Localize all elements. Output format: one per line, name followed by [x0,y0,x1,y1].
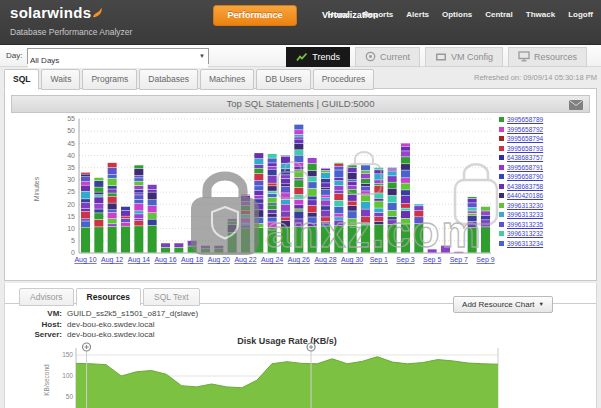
tab-databases[interactable]: Databases [139,69,198,90]
x-tick-link[interactable]: Sep 3 [396,256,414,264]
x-tick-link[interactable]: Aug 14 [128,256,150,264]
legend-link-3995658790[interactable]: 3995658790 [507,173,543,180]
stacked-bar-aug-21[interactable] [228,219,237,253]
menu-reports[interactable]: Reports [363,10,393,19]
view-button-current[interactable]: Current [355,47,420,67]
x-tick-link[interactable]: Aug 30 [341,256,363,264]
legend-link-6438683757[interactable]: 6438683757 [507,154,543,161]
x-tick-link[interactable]: Aug 26 [288,256,310,264]
svg-text:35: 35 [67,164,75,171]
legend-link-3996313234[interactable]: 3996313234 [507,240,543,247]
day-select[interactable]: All Days [28,54,208,68]
product-name: Database Performance Analyzer [10,27,132,37]
stacked-bar-sep-2[interactable] [388,168,397,253]
tab-db-users[interactable]: DB Users [256,69,310,90]
legend-link-3995658791[interactable]: 3995658791 [507,164,543,171]
refreshed-timestamp: Refreshed on: 09/09/14 05:30:18 PM [474,73,597,82]
stacked-bar-aug-15[interactable] [148,185,157,253]
top-menu: HomeReportsAlertsOptionsCentralThwackLog… [328,10,593,19]
vm-monitor-icon [435,52,447,62]
x-tick-link[interactable]: Aug 24 [261,256,283,264]
stacked-bar-aug-16[interactable] [161,243,170,252]
x-tick-link[interactable]: Sep 5 [423,256,441,264]
x-tick-link[interactable]: Aug 16 [154,256,176,264]
stacked-bar-aug-23[interactable] [254,153,263,252]
chart-legend: 3995658789399565879239956587943995658793… [499,115,543,248]
stacked-bar-aug-12[interactable] [108,163,117,253]
menu-thwack[interactable]: Thwack [526,10,555,19]
menu-home[interactable]: Home [328,10,350,19]
tab-waits[interactable]: Waits [41,69,80,90]
x-tick-link[interactable]: Aug 22 [234,256,256,264]
tabs-host: SQLWaitsProgramsDatabasesMachinesDB User… [4,68,376,85]
view-buttons: TrendsCurrentVM ConfigResources [286,46,587,67]
stacked-bar-aug-14[interactable] [134,165,143,252]
bottom-tab-advisors[interactable]: Advisors [19,288,74,306]
stacked-bar-aug-31[interactable] [361,165,370,252]
svg-text:50: 50 [67,127,75,134]
tab-programs[interactable]: Programs [82,69,137,90]
legend-link-3996313230[interactable]: 3996313230 [507,202,543,209]
bottom-tab-resources[interactable]: Resources [76,288,141,306]
tab-machines[interactable]: Machines [200,69,254,90]
info-label: VM: [19,309,67,320]
info-value: GUILD_ss2k5_s1501_o817_d(slave) [67,309,198,320]
x-tick-link[interactable]: Sep 1 [370,256,388,264]
stacked-bar-sep-7[interactable] [454,252,463,253]
stacked-bar-sep-8[interactable] [468,197,477,253]
menu-options[interactable]: Options [442,10,472,19]
x-tick-link[interactable]: Aug 28 [314,256,336,264]
legend-link-3995658793[interactable]: 3995658793 [507,145,543,152]
stacked-bar-sep-9[interactable] [481,207,490,253]
tab-sql[interactable]: SQL [4,69,39,90]
performance-nav-button[interactable]: Performance [213,5,297,26]
x-tick-link[interactable]: Aug 20 [208,256,230,264]
stacked-bar-aug-19[interactable] [201,246,210,253]
x-tick-link[interactable]: Aug 10 [74,256,96,264]
legend-link-3996313235[interactable]: 3996313235 [507,221,543,228]
bottom-tab-sql-text[interactable]: SQL Text [143,288,200,306]
view-button-vm-config[interactable]: VM Config [425,47,503,67]
add-resource-chart-button[interactable]: Add Resource Chart▼ [453,296,553,313]
stacked-bar-aug-17[interactable] [174,243,183,252]
stacked-bar-aug-11[interactable] [94,178,103,253]
stacked-bar-aug-10[interactable] [81,173,90,253]
legend-link-6440420186[interactable]: 6440420186 [507,192,543,199]
stacked-bar-sep-6[interactable] [441,246,450,253]
y-axis-title: KB/second [43,364,50,396]
stacked-bar-aug-18[interactable] [188,241,197,253]
svg-text:45: 45 [67,140,75,147]
legend-link-3995658794[interactable]: 3995658794 [507,135,543,142]
menu-alerts[interactable]: Alerts [406,10,429,19]
menu-central[interactable]: Central [485,10,513,19]
x-tick-link[interactable]: Aug 18 [181,256,203,264]
stacked-bar-aug-22[interactable] [241,195,250,253]
stacked-bar-sep-3[interactable] [401,143,410,252]
stacked-bar-aug-29[interactable] [334,163,343,253]
stacked-bar-sep-4[interactable] [414,204,423,252]
view-button-resources[interactable]: Resources [508,47,587,67]
stacked-bar-aug-30[interactable] [348,165,357,252]
legend-link-3996313233[interactable]: 3996313233 [507,211,543,218]
x-tick-link[interactable]: Aug 12 [101,256,123,264]
stacked-bar-aug-24[interactable] [268,154,277,253]
x-tick-link[interactable]: Sep 9 [476,256,494,264]
tab-procedures[interactable]: Procedures [313,69,374,90]
email-chart-button[interactable] [566,98,586,111]
legend-link-6438683758[interactable]: 6438683758 [507,183,543,190]
stacked-bar-aug-13[interactable] [121,207,130,253]
legend-link-3995658789[interactable]: 3995658789 [507,116,543,123]
x-tick-link[interactable]: Sep 7 [450,256,468,264]
menu-logoff[interactable]: Logoff [568,10,593,19]
y-axis: 0510152025303540455055 [67,115,491,256]
stacked-bar-aug-27[interactable] [308,158,317,253]
legend-link-3995658792[interactable]: 3995658792 [507,126,543,133]
stacked-bar-aug-20[interactable] [214,246,223,253]
legend-link-3996313232[interactable]: 3996313232 [507,230,543,237]
info-row-host-: Host:dev-bou-eko.swdev.local [19,320,198,331]
stacked-bar-aug-25[interactable] [281,156,290,253]
view-button-trends[interactable]: Trends [286,47,350,67]
stacked-bar-sep-5[interactable] [428,249,437,252]
stacked-bar-sep-1[interactable] [374,168,383,253]
stacked-bar-aug-28[interactable] [321,169,330,253]
